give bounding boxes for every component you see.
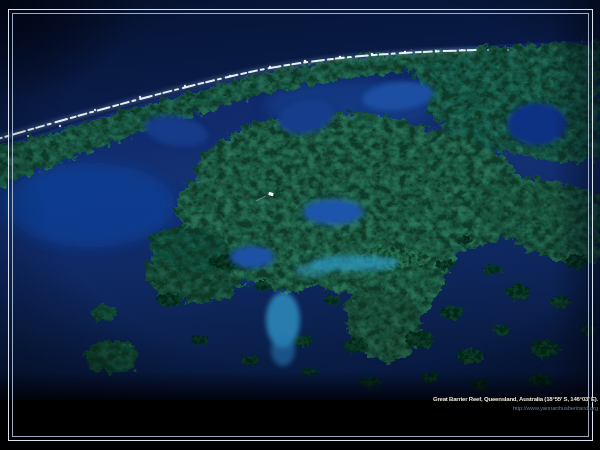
vignette-overlay (0, 0, 600, 400)
caption: Great Barrier Reef, Queensland, Australi… (433, 395, 598, 412)
photo-caption: Great Barrier Reef, Queensland, Australi… (433, 395, 598, 403)
photo-credit-url: http://www.yannarthusbertrand.org (433, 404, 598, 412)
reef-aerial-photo (0, 0, 600, 400)
wallpaper-stage: Great Barrier Reef, Queensland, Australi… (0, 0, 600, 450)
